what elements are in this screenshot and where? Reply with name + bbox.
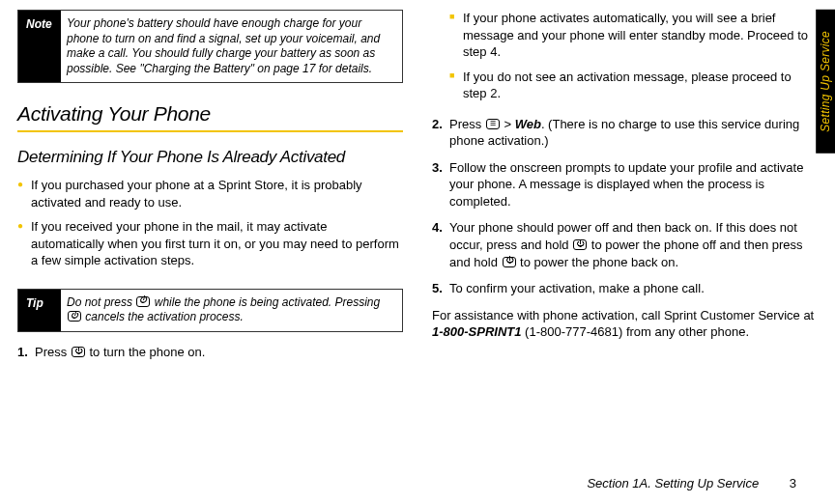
step-text: To confirm your activation, make a phone… [449, 281, 705, 295]
power-key-icon [573, 239, 587, 250]
heading-determining: Determining If Your Phone Is Already Act… [17, 148, 403, 167]
sub-bullet: If you do not see an activation message,… [449, 69, 818, 102]
web-label: Web [515, 117, 541, 131]
note-box: Note Your phone's battery should have en… [17, 10, 403, 83]
step-1: 1. Press to turn the phone on. [17, 344, 403, 361]
power-key-icon [68, 311, 81, 322]
step-text: Press to turn the phone on. [35, 345, 205, 359]
side-tab: Setting Up Service [816, 10, 835, 154]
step-number: 3. [432, 159, 443, 177]
right-column: If your phone activates automatically, y… [432, 10, 818, 449]
footer: Section 1A. Setting Up Service 3 [587, 475, 796, 492]
tip-text: Do not press [67, 295, 135, 309]
tip-label: Tip [18, 290, 61, 331]
step-text: Press > Web. (There is no charge to use … [449, 117, 799, 149]
tip-box: Tip Do not press while the phone is bein… [17, 289, 403, 332]
power-key-icon [503, 257, 516, 267]
step-5: 5. To confirm your activation, make a ph… [432, 280, 818, 297]
note-body: Your phone's battery should have enough … [61, 11, 402, 82]
step-text: Follow the onscreen prompts to update yo… [449, 160, 803, 209]
step-3: 3. Follow the onscreen prompts to update… [432, 159, 818, 210]
footer-section: Section 1A. Setting Up Service [587, 476, 759, 490]
intro-bullets: If you purchased your phone at a Sprint … [17, 177, 403, 277]
bullet-item: If you purchased your phone at a Sprint … [17, 177, 403, 210]
left-column: Note Your phone's battery should have en… [17, 10, 403, 449]
tip-text: while the phone is being activated. Pres… [151, 295, 380, 309]
support-number: 1-800-SPRINT1 [432, 324, 521, 339]
sub-bullets: If your phone activates automatically, y… [449, 10, 818, 110]
step-number: 4. [432, 219, 443, 237]
menu-key-icon [486, 119, 500, 129]
tip-body: Do not press while the phone is being ac… [61, 290, 402, 331]
note-label: Note [18, 11, 61, 82]
page-number: 3 [790, 476, 796, 490]
tip-text: cancels the activation process. [82, 310, 244, 323]
step-number: 2. [432, 116, 443, 133]
heading-activating: Activating Your Phone [17, 100, 403, 131]
power-key-icon [72, 347, 85, 357]
steps-left: 1. Press to turn the phone on. [17, 344, 403, 371]
sub-bullet: If your phone activates automatically, y… [449, 10, 818, 61]
step-text: Your phone should power off and then bac… [449, 220, 803, 268]
power-key-icon [136, 296, 150, 307]
step-number: 5. [432, 280, 443, 297]
bullet-item: If you received your phone in the mail, … [17, 218, 403, 269]
step-2: 2. Press > Web. (There is no charge to u… [432, 116, 818, 150]
steps-right: 2. Press > Web. (There is no charge to u… [432, 116, 818, 307]
assistance-paragraph: For assistance with phone activation, ca… [432, 307, 818, 341]
step-number: 1. [17, 344, 28, 361]
step-4: 4. Your phone should power off and then … [432, 219, 818, 270]
